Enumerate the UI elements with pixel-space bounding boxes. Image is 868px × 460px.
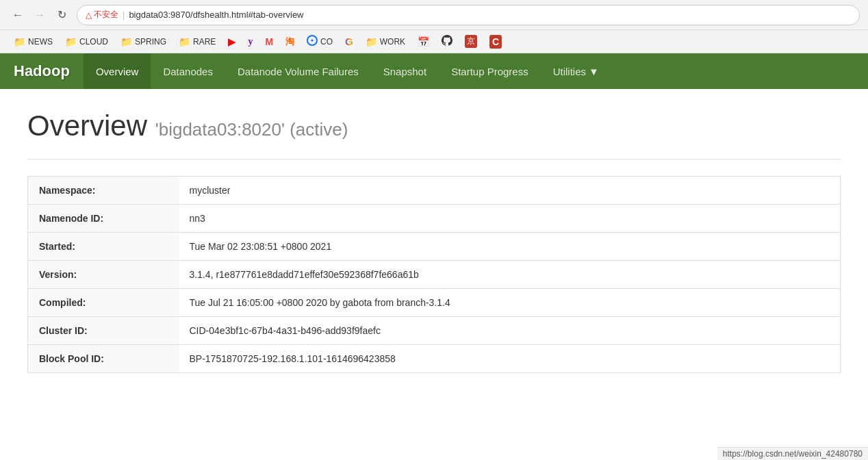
nav-datanodes[interactable]: Datanodes: [151, 53, 225, 89]
url-text: bigdata03:9870/dfshealth.html#tab-overvi…: [129, 10, 303, 20]
table-value: Tue Jul 21 16:05:00 +0800 2020 by gabota…: [179, 289, 841, 317]
table-label: Started:: [28, 233, 179, 261]
google-icon: G: [345, 36, 353, 47]
gmail-icon: M: [265, 36, 273, 47]
hadoop-brand: Hadoop: [0, 53, 84, 89]
table-label: Block Pool ID:: [28, 345, 179, 373]
github-icon: [442, 35, 452, 48]
info-table: Namespace: mycluster Namenode ID: nn3 St…: [27, 176, 841, 373]
table-row: Namenode ID: nn3: [28, 205, 841, 233]
youtube-icon: ▶: [228, 36, 235, 47]
jd-icon: 京: [465, 35, 477, 48]
security-warning: △ 不安全: [86, 9, 118, 21]
nav-startup-progress[interactable]: Startup Progress: [439, 53, 541, 89]
bookmark-news[interactable]: 📁 NEWS: [8, 34, 58, 49]
browser-chrome: ← → ↻ △ 不安全 | bigdata03:9870/dfshealth.h…: [0, 0, 868, 30]
bookmark-csdn[interactable]: C: [484, 33, 507, 51]
bookmark-jd[interactable]: 京: [459, 33, 483, 50]
nav-overview[interactable]: Overview: [84, 53, 151, 89]
table-value: nn3: [179, 205, 841, 233]
bookmark-calendar[interactable]: 📅: [412, 34, 435, 49]
page-title: Overview 'bigdata03:8020' (active): [27, 110, 841, 142]
table-value: 3.1.4, r1e877761e8dadd71effef30e592368f7…: [179, 261, 841, 289]
folder-icon-work: 📁: [366, 36, 377, 47]
table-row: Version: 3.1.4, r1e877761e8dadd71effef30…: [28, 261, 841, 289]
csdn-icon: C: [489, 35, 502, 49]
table-label: Cluster ID:: [28, 317, 179, 345]
bookmark-spring[interactable]: 📁 SPRING: [115, 34, 172, 49]
bookmark-youtube[interactable]: ▶: [222, 34, 241, 49]
back-button[interactable]: ←: [8, 5, 27, 25]
nav-buttons: ← → ↻: [8, 5, 71, 25]
divider: [27, 159, 841, 159]
table-label: Compiled:: [28, 289, 179, 317]
address-bar[interactable]: △ 不安全 | bigdata03:9870/dfshealth.html#ta…: [77, 5, 860, 25]
bookmark-taobao[interactable]: 淘: [280, 34, 300, 50]
dropdown-arrow-icon: ▼: [589, 66, 599, 77]
table-row: Namespace: mycluster: [28, 177, 841, 205]
table-value: Tue Mar 02 23:08:51 +0800 2021: [179, 233, 841, 261]
table-value: BP-1751870725-192.168.1.101-161469642385…: [179, 345, 841, 373]
youdao-icon: y: [248, 36, 253, 47]
calendar-icon: 📅: [418, 36, 429, 47]
bookmark-gmail[interactable]: M: [259, 34, 279, 49]
reload-button[interactable]: ↻: [52, 5, 71, 25]
bookmark-youdao[interactable]: y: [242, 34, 258, 49]
table-label: Version:: [28, 261, 179, 289]
table-row: Compiled: Tue Jul 21 16:05:00 +0800 2020…: [28, 289, 841, 317]
taobao-icon: 淘: [285, 36, 294, 48]
table-row: Cluster ID: CID-04e3bf1c-67b4-4a31-b496-…: [28, 317, 841, 345]
bookmark-github[interactable]: [436, 33, 458, 50]
main-content: Overview 'bigdata03:8020' (active) Names…: [0, 89, 868, 394]
table-value: mycluster: [179, 177, 841, 205]
forward-button[interactable]: →: [30, 5, 49, 25]
bookmark-cloud[interactable]: 📁 CLOUD: [60, 34, 114, 49]
page-subtitle: 'bigdata03:8020' (active): [155, 119, 348, 140]
bookmark-google[interactable]: G: [340, 34, 359, 49]
table-label: Namespace:: [28, 177, 179, 205]
folder-icon: 📁: [14, 36, 25, 47]
bookmarks-bar: 📁 NEWS 📁 CLOUD 📁 SPRING 📁 RARE ▶ y M 淘 C…: [0, 30, 868, 53]
nav-utilities[interactable]: Utilities ▼: [541, 53, 611, 89]
table-row: Block Pool ID: BP-1751870725-192.168.1.1…: [28, 345, 841, 373]
table-value: CID-04e3bf1c-67b4-4a31-b496-add93f9faefc: [179, 317, 841, 345]
nav-snapshot[interactable]: Snapshot: [371, 53, 439, 89]
bookmark-rare[interactable]: 📁 RARE: [173, 34, 221, 49]
table-row: Started: Tue Mar 02 23:08:51 +0800 2021: [28, 233, 841, 261]
folder-icon-spring: 📁: [120, 36, 132, 47]
bookmark-co[interactable]: CO: [301, 33, 338, 50]
table-label: Namenode ID:: [28, 205, 179, 233]
hadoop-nav: Hadoop Overview Datanodes Datanode Volum…: [0, 53, 868, 89]
separator: |: [123, 10, 125, 20]
co-icon: [307, 35, 318, 48]
bookmark-work[interactable]: 📁 WORK: [360, 34, 411, 49]
nav-datanode-volume-failures[interactable]: Datanode Volume Failures: [225, 53, 371, 89]
folder-icon-rare: 📁: [179, 36, 190, 47]
folder-icon-cloud: 📁: [65, 36, 77, 47]
